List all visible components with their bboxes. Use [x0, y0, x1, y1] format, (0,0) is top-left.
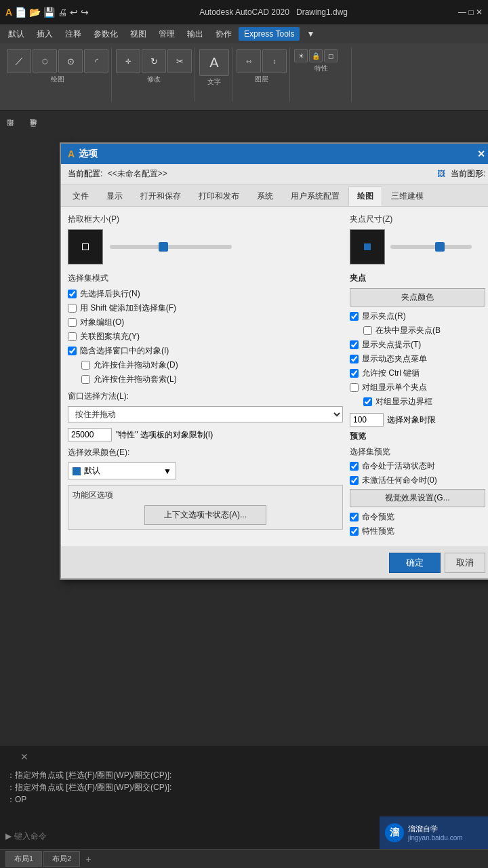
menu-insert[interactable]: 插入 [31, 26, 58, 42]
status-add-tab[interactable]: + [81, 852, 95, 867]
status-tab-layout1[interactable]: 布局1 [5, 851, 42, 867]
tab-print[interactable]: 打印和发布 [190, 186, 248, 206]
check-shift-input[interactable] [68, 304, 77, 313]
pickbox-slider-thumb[interactable] [159, 242, 168, 252]
dialog-close-icon[interactable]: ✕ [477, 149, 485, 159]
check-block-grip-input[interactable] [363, 326, 372, 335]
check-drag-lasso-input[interactable] [81, 375, 90, 384]
menu-manage[interactable]: 管理 [153, 26, 180, 42]
check-show-grip-input[interactable] [350, 312, 359, 321]
save-icon[interactable]: 💾 [43, 7, 55, 18]
obj-timelimit-label: 选择对象时限 [387, 414, 436, 426]
check-dynamic-grip-input[interactable] [350, 355, 359, 363]
menu-collaborate[interactable]: 协作 [210, 26, 237, 42]
menu-view[interactable]: 视图 [125, 26, 152, 42]
redo-icon[interactable]: ↪ [81, 7, 89, 18]
window-method-select[interactable]: 按住并拖动 [68, 406, 343, 422]
check-group-input[interactable] [68, 318, 77, 327]
dialog-tabs: 文件 显示 打开和保存 打印和发布 系统 用户系统配置 绘图 三维建模 [61, 184, 488, 207]
effect-color-select[interactable]: 默认 ▼ [68, 462, 176, 479]
check-group-single-label: 对组显示单个夹点 [362, 382, 427, 393]
check-prop-preview[interactable]: 特性预览 [350, 526, 485, 537]
ribbon-rotate-btn[interactable]: ↻ [142, 49, 166, 73]
ribbon-move-btn[interactable]: ✛ [116, 49, 140, 73]
check-cmd-preview[interactable]: 命令预览 [350, 511, 485, 523]
command-input[interactable] [14, 831, 150, 841]
check-shift[interactable]: 用 Shift 键添加到选择集(F) [68, 302, 343, 314]
menu-express-tools[interactable]: Express Tools [239, 27, 300, 41]
check-implicit-input[interactable] [68, 347, 77, 355]
tab-display[interactable]: 显示 [98, 186, 131, 206]
ribbon-dim-btn[interactable]: ⇿ [237, 49, 261, 73]
object-limit-input[interactable] [68, 428, 112, 441]
plot-icon[interactable]: 🖨 [58, 7, 67, 18]
new-icon[interactable]: 📄 [15, 7, 26, 18]
grip-slider-thumb[interactable] [435, 242, 445, 252]
tab-system[interactable]: 系统 [248, 186, 282, 206]
check-grip-tip-input[interactable] [350, 340, 359, 349]
check-show-grip[interactable]: 显示夹点(R) [350, 311, 485, 322]
open-icon[interactable]: 📂 [29, 7, 41, 18]
ribbon-layer-btn[interactable]: ☀ [294, 49, 308, 62]
check-group-bbox-input[interactable] [363, 397, 372, 406]
grip-slider-track[interactable] [390, 245, 472, 249]
check-active-cmd-input[interactable] [350, 462, 359, 471]
cmd-line-2: ：指定对角点或 [栏选(F)/圈围(WP)/圈交(CP)]: [7, 781, 481, 793]
ribbon-dim2-btn[interactable]: ↕ [262, 49, 287, 73]
watermark: 溜 溜溜自学 jingyan.baidu.com [380, 816, 488, 849]
ribbon-layer3-btn[interactable]: ◻ [324, 49, 338, 62]
status-tab-layout2[interactable]: 布局2 [43, 851, 80, 867]
check-block-grip[interactable]: 在块中显示夹点(B [363, 325, 485, 336]
check-no-cmd-input[interactable] [350, 476, 359, 485]
menu-default[interactable]: 默认 [3, 26, 30, 42]
check-no-cmd[interactable]: 未激活任何命令时(0) [350, 475, 485, 486]
ribbon-trim-btn[interactable]: ✂ [167, 49, 192, 73]
check-hatch[interactable]: 关联图案填充(Y) [68, 331, 343, 342]
bottom-close-icon[interactable]: ✕ [20, 751, 28, 762]
check-preselect-input[interactable] [68, 290, 77, 298]
menu-parametric[interactable]: 参数化 [88, 26, 123, 42]
check-group-single-input[interactable] [350, 383, 359, 392]
check-ctrl-cycle[interactable]: 允许按 Ctrl 键循 [350, 368, 485, 379]
check-group-single[interactable]: 对组显示单个夹点 [350, 382, 485, 393]
tab-draw[interactable]: 绘图 [348, 186, 382, 206]
check-drag-lasso[interactable]: 允许按住并拖动套索(L) [81, 374, 343, 385]
check-preselect[interactable]: 先选择后执行(N) [68, 288, 343, 300]
check-group-bbox[interactable]: 对组显示边界框 [363, 396, 485, 408]
ribbon-layer2-btn[interactable]: 🔒 [309, 49, 323, 62]
ribbon-circle-btn[interactable]: ⊙ [58, 49, 83, 73]
check-dynamic-grip[interactable]: 显示动态夹点菜单 [350, 353, 485, 365]
check-drag-obj[interactable]: 允许按住并拖动对象(D) [81, 359, 343, 371]
context-tab-btn[interactable]: 上下文选项卡状态(A)... [144, 505, 266, 525]
check-implicit[interactable]: 隐含选择窗口中的对象(I) [68, 345, 343, 357]
ribbon-line-btn[interactable]: ／ [7, 49, 31, 73]
check-ctrl-cycle-input[interactable] [350, 369, 359, 378]
tab-user[interactable]: 用户系统配置 [282, 186, 348, 206]
check-grip-tip[interactable]: 显示夹点提示(T) [350, 339, 485, 351]
check-hatch-input[interactable] [68, 332, 77, 341]
tab-3d[interactable]: 三维建模 [382, 186, 432, 206]
check-drag-obj-input[interactable] [81, 361, 90, 370]
check-active-cmd[interactable]: 命令处于活动状态时 [350, 460, 485, 472]
autocad-icon: A [5, 7, 12, 18]
undo-icon[interactable]: ↩ [70, 7, 78, 18]
pickbox-slider-track[interactable] [110, 245, 232, 249]
obj-timelimit-input[interactable] [350, 413, 384, 427]
tab-file[interactable]: 文件 [64, 186, 98, 206]
menu-extra[interactable]: ▼ [301, 27, 320, 41]
window-method-area: 窗口选择方法(L): 按住并拖动 [68, 391, 343, 422]
tab-openclose[interactable]: 打开和保存 [131, 186, 190, 206]
cancel-button[interactable]: 取消 [445, 553, 485, 573]
window-controls[interactable]: — □ ✕ [458, 7, 483, 17]
ribbon-arc-btn[interactable]: ◜ [84, 49, 108, 73]
ribbon-poly-btn[interactable]: ⬡ [33, 49, 57, 73]
visual-effect-btn[interactable]: 视觉效果设置(G... [350, 489, 485, 507]
ok-button[interactable]: 确定 [389, 553, 441, 573]
grip-color-btn[interactable]: 夹点颜色 [350, 288, 485, 307]
menu-annotate[interactable]: 注释 [60, 26, 87, 42]
check-cmd-preview-input[interactable] [350, 513, 359, 521]
ribbon-text-btn[interactable]: A [199, 49, 229, 76]
check-prop-preview-input[interactable] [350, 527, 359, 536]
menu-output[interactable]: 输出 [182, 26, 209, 42]
check-group[interactable]: 对象编组(O) [68, 317, 343, 328]
